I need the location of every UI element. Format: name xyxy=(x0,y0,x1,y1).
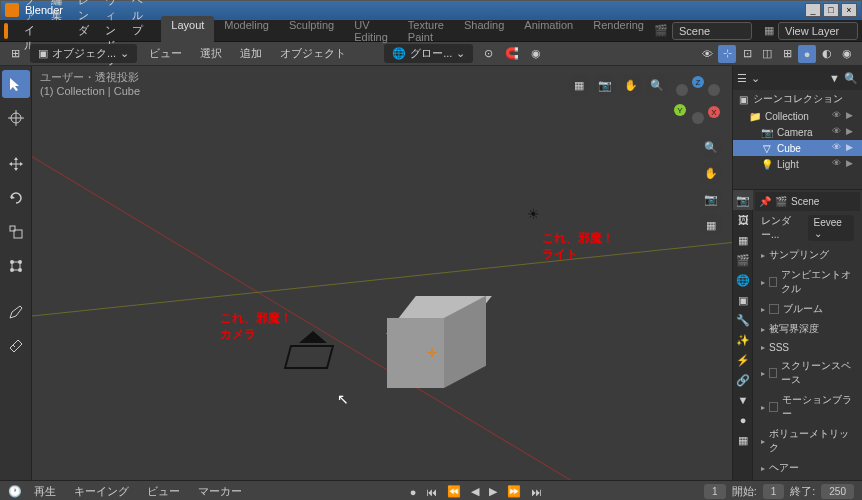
physics-tab[interactable]: ⚡ xyxy=(733,350,753,370)
shading-wire-icon[interactable]: ⊞ xyxy=(778,45,796,63)
outliner-type-icon[interactable]: ☰ xyxy=(737,72,747,85)
modifier-tab[interactable]: 🔧 xyxy=(733,310,753,330)
panel-checkbox[interactable] xyxy=(769,277,777,287)
timeline-icon[interactable]: 🕐 xyxy=(8,485,22,498)
constraint-tab[interactable]: 🔗 xyxy=(733,370,753,390)
transform-tool[interactable] xyxy=(2,252,30,280)
view-menu[interactable]: ビュー xyxy=(143,44,188,63)
workspace-tab-sculpting[interactable]: Sculpting xyxy=(279,16,344,46)
perspective-icon[interactable]: ▦ xyxy=(700,214,722,236)
workspace-tab-uv editing[interactable]: UV Editing xyxy=(344,16,398,46)
world-tab[interactable]: 🌐 xyxy=(733,270,753,290)
select-tool[interactable] xyxy=(2,70,30,98)
outliner-row-collection[interactable]: 📁Collection👁▶ xyxy=(733,108,862,124)
jump-end-icon[interactable]: ⏭ xyxy=(529,486,544,498)
hand-icon[interactable]: ✋ xyxy=(620,74,642,96)
viewlayer-tab[interactable]: ▦ xyxy=(733,230,753,250)
outliner-row-camera[interactable]: 📷Camera👁▶ xyxy=(733,124,862,140)
render-tab[interactable]: 📷 xyxy=(733,190,753,210)
gizmo-toggle[interactable]: ⊹ xyxy=(718,45,736,63)
panel-checkbox[interactable] xyxy=(769,368,777,378)
visibility-icon[interactable]: 👁 xyxy=(698,45,716,63)
keyframe-next-icon[interactable]: ⏩ xyxy=(505,485,523,498)
playback-menu[interactable]: 再生 xyxy=(28,482,62,500)
axis-gizmo[interactable]: X Y Z xyxy=(674,76,722,124)
view-layer-field[interactable]: View Layer xyxy=(778,22,858,40)
zoom-icon[interactable]: 🔍 xyxy=(646,74,668,96)
gizmo-neg-y[interactable] xyxy=(708,84,720,96)
property-panel-row[interactable]: ▸サンプリング xyxy=(755,245,860,265)
mode-dropdown[interactable]: ▣ オブジェク... ⌄ xyxy=(30,44,137,63)
outliner-chevron-icon[interactable]: ⌄ xyxy=(751,72,760,85)
scene-tab[interactable]: 🎬 xyxy=(733,250,753,270)
property-panel-row[interactable]: ▸ブルーム xyxy=(755,299,860,319)
outliner-scene-row[interactable]: ▣ シーンコレクション xyxy=(733,90,862,108)
disable-icon[interactable]: ▶ xyxy=(846,110,858,122)
pin-icon[interactable]: 📌 xyxy=(759,196,771,207)
workspace-tab-texture paint[interactable]: Texture Paint xyxy=(398,16,454,46)
disable-icon[interactable]: ▶ xyxy=(846,142,858,154)
blender-icon[interactable] xyxy=(4,23,8,39)
workspace-tab-rendering[interactable]: Rendering xyxy=(583,16,654,46)
shading-matcap-icon[interactable]: ◐ xyxy=(818,45,836,63)
select-sync-icon[interactable]: ▦ xyxy=(568,74,590,96)
object-tab[interactable]: ▣ xyxy=(733,290,753,310)
gizmo-neg-z[interactable] xyxy=(692,112,704,124)
texture-tab[interactable]: ▦ xyxy=(733,430,753,450)
gizmo-y[interactable]: Y xyxy=(674,104,686,116)
proportional-edit-icon[interactable]: ◉ xyxy=(527,45,545,63)
overlay-icon[interactable]: ⊡ xyxy=(738,45,756,63)
minimize-button[interactable]: _ xyxy=(805,3,821,17)
camera-object[interactable] xyxy=(287,331,337,371)
gizmo-x[interactable]: X xyxy=(708,106,720,118)
marker-menu[interactable]: マーカー xyxy=(192,482,248,500)
measure-tool[interactable] xyxy=(2,332,30,360)
snap-icon[interactable]: 🧲 xyxy=(503,45,521,63)
rotate-tool[interactable] xyxy=(2,184,30,212)
property-panel-row[interactable]: ▸SSS xyxy=(755,339,860,356)
property-panel-row[interactable]: ▸ヘアー xyxy=(755,458,860,478)
scale-tool[interactable] xyxy=(2,218,30,246)
jump-start-icon[interactable]: ⏮ xyxy=(424,486,439,498)
property-panel-row[interactable]: ▸スクリーンスペース xyxy=(755,356,860,390)
panel-checkbox[interactable] xyxy=(769,304,779,314)
hide-icon[interactable]: 👁 xyxy=(832,110,844,122)
camera-view-icon[interactable]: 📷 xyxy=(700,188,722,210)
property-panel-row[interactable]: ▸被写界深度 xyxy=(755,319,860,339)
play-reverse-icon[interactable]: ◀ xyxy=(469,485,481,498)
workspace-tab-animation[interactable]: Animation xyxy=(514,16,583,46)
disable-icon[interactable]: ▶ xyxy=(846,158,858,170)
search-icon[interactable]: 🔍 xyxy=(844,72,858,85)
outliner-row-light[interactable]: 💡Light👁▶ xyxy=(733,156,862,172)
timeline-view-menu[interactable]: ビュー xyxy=(141,482,186,500)
keyframe-prev-icon[interactable]: ⏪ xyxy=(445,485,463,498)
move-tool[interactable] xyxy=(2,150,30,178)
shading-solid-icon[interactable]: ● xyxy=(798,45,816,63)
gizmo-z[interactable]: Z xyxy=(692,76,704,88)
current-frame-field[interactable]: 1 xyxy=(704,484,726,499)
pivot-icon[interactable]: ⊙ xyxy=(479,45,497,63)
outliner-row-cube[interactable]: ▽Cube👁▶ xyxy=(733,140,862,156)
render-engine-select[interactable]: Eevee ⌄ xyxy=(808,215,854,241)
editor-type-icon[interactable]: ⊞ xyxy=(6,45,24,63)
workspace-tab-modeling[interactable]: Modeling xyxy=(214,16,279,46)
autokeying-icon[interactable]: ● xyxy=(408,486,419,498)
pan-icon[interactable]: ✋ xyxy=(700,162,722,184)
panel-checkbox[interactable] xyxy=(769,402,778,412)
property-panel-row[interactable]: ▸アンビエントオクル xyxy=(755,265,860,299)
workspace-tab-shading[interactable]: Shading xyxy=(454,16,514,46)
hide-icon[interactable]: 👁 xyxy=(832,126,844,138)
keying-menu[interactable]: キーイング xyxy=(68,482,135,500)
output-tab[interactable]: 🖼 xyxy=(733,210,753,230)
shading-render-icon[interactable]: ◉ xyxy=(838,45,856,63)
property-panel-row[interactable]: ▸ボリューメトリック xyxy=(755,424,860,458)
object-menu[interactable]: オブジェクト xyxy=(274,44,352,63)
particle-tab[interactable]: ✨ xyxy=(733,330,753,350)
cursor-tool[interactable] xyxy=(2,104,30,132)
property-panel-row[interactable]: ▸影 xyxy=(755,478,860,480)
camera-snap-icon[interactable]: 📷 xyxy=(594,74,616,96)
hide-icon[interactable]: 👁 xyxy=(832,158,844,170)
annotate-tool[interactable] xyxy=(2,298,30,326)
xray-icon[interactable]: ◫ xyxy=(758,45,776,63)
zoom-in-icon[interactable]: 🔍 xyxy=(700,136,722,158)
